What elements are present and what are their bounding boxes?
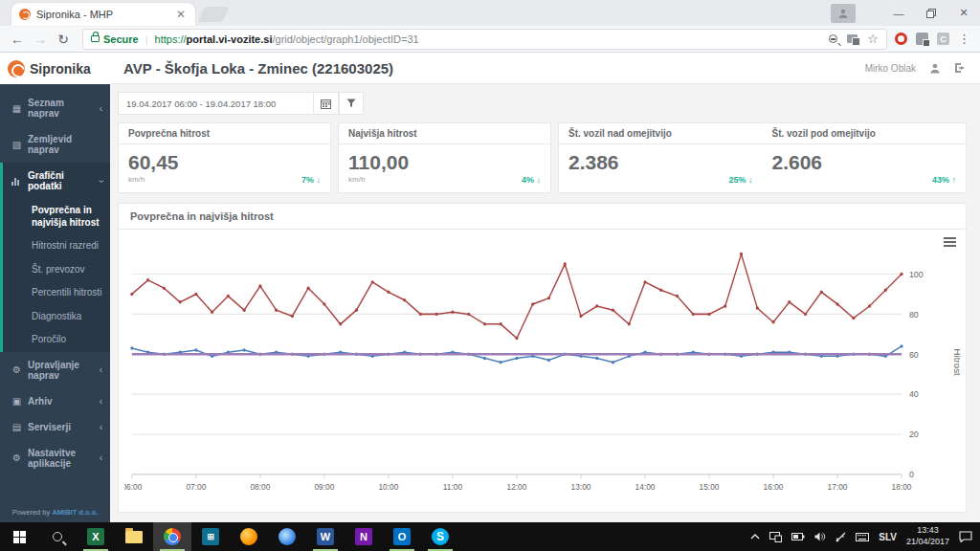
browser-tab[interactable]: Sipronika - MHP ✕	[11, 3, 195, 26]
window-minimize-button[interactable]: —	[882, 0, 915, 26]
skype-icon: S	[432, 528, 449, 545]
taskbar-clock[interactable]: 13:43 21/04/2017	[906, 525, 949, 547]
sidebar-nav: ▦ Seznam naprav ‹ ▨ Zemljevid naprav Gra…	[0, 84, 110, 502]
gear-icon: ⚙	[11, 364, 22, 375]
new-tab-button[interactable]	[197, 7, 229, 22]
sidebar-subitem-percentili-hitrosti[interactable]: Percentili hitrosti	[3, 281, 110, 305]
back-button[interactable]: ←	[6, 28, 29, 51]
card-vozila-pod: 2.606 43% ↑	[763, 144, 967, 192]
window-maximize-button[interactable]	[915, 0, 947, 26]
sidebar-item-arhiv[interactable]: ▣ Arhiv ‹	[0, 388, 110, 414]
main-area: AVP - Škofja Loka - Zminec (221603025) M…	[110, 53, 980, 522]
chart-menu-icon[interactable]	[944, 237, 956, 249]
sidebar-group-graficni-podatki: Grafični podatki ‹ Povprečna in najvišja…	[0, 163, 110, 352]
date-range-input[interactable]: 19.04.2017 06:00 - 19.04.2017 18:00	[118, 92, 314, 115]
extension-opera-icon[interactable]	[895, 33, 907, 45]
sidebar-item-graficni-podatki[interactable]: Grafični podatki ‹	[3, 163, 110, 199]
taskbar-firefox[interactable]	[230, 522, 268, 551]
sidebar-subitem-hitrostni-razredi[interactable]: Hitrostni razredi	[3, 234, 110, 258]
sidebar-subitem-povprecna-hitrost[interactable]: Povprečna in najvišja hitrost	[3, 199, 110, 234]
tab-close-icon[interactable]: ✕	[174, 8, 188, 21]
taskbar-word[interactable]: W	[306, 522, 345, 551]
address-bar[interactable]: Secure | https://portal.vi-vozite.si/gri…	[82, 29, 887, 50]
sidebar-item-label: Upravljanje naprav	[28, 360, 94, 381]
powered-by-brand[interactable]: AMIBIT d.o.o.	[52, 508, 98, 517]
sidebar-subitem-st-prevozov[interactable]: Št. prevozov	[3, 258, 110, 282]
browser-toolbar: ← → ↻ Secure | https://portal.vi-vozite.…	[0, 26, 980, 53]
taskbar-file-explorer[interactable]	[115, 522, 153, 551]
sidebar-item-zemljevid-naprav[interactable]: ▨ Zemljevid naprav	[0, 126, 110, 163]
taskbar-excel[interactable]: X	[77, 522, 115, 551]
taskbar-onenote[interactable]: N	[345, 522, 383, 551]
excel-icon: X	[87, 528, 104, 545]
bar-chart-icon	[11, 177, 22, 186]
sidebar-item-upravljanje-naprav[interactable]: ⚙ Upravljanje naprav ‹	[0, 352, 110, 388]
url-scheme: https://	[155, 33, 187, 45]
card-delta: 43% ↑	[932, 175, 956, 185]
card-vozila-nad: 2.386 25% ↓	[559, 144, 763, 192]
zoom-icon[interactable]	[829, 34, 837, 43]
card-value: 2.386	[568, 151, 753, 174]
tray-chevron-up-icon[interactable]	[750, 534, 760, 540]
sidebar-item-label: Nastavitve aplikacije	[28, 448, 94, 469]
sidebar-subitem-porocilo[interactable]: Poročilo	[3, 328, 110, 352]
taskbar-google-earth[interactable]	[268, 522, 306, 551]
clock-date: 21/04/2017	[906, 537, 949, 546]
url-divider: |	[145, 33, 148, 45]
taskbar-search-button[interactable]	[38, 522, 77, 551]
action-center-icon[interactable]	[959, 531, 972, 542]
delta-value: 25%	[728, 175, 746, 185]
browser-profile-avatar[interactable]	[831, 4, 856, 23]
extension-c-icon[interactable]: C	[937, 33, 949, 45]
taskbar-outlook[interactable]: O	[383, 522, 421, 551]
page-header: AVP - Škofja Loka - Zminec (221603025) M…	[110, 53, 980, 84]
omnibox-icons: ☆	[829, 32, 879, 46]
svg-text:15:00: 15:00	[700, 482, 720, 492]
lock-icon	[91, 35, 100, 42]
clock-time: 13:43	[917, 525, 939, 535]
sidebar-subitem-diagnostika[interactable]: Diagnostika	[3, 305, 110, 329]
extension-area: C ⋮	[895, 32, 974, 46]
svg-text:60: 60	[909, 349, 919, 359]
google-earth-icon	[278, 528, 296, 545]
taskbar-store[interactable]: ⊞	[191, 522, 230, 551]
taskbar-chrome[interactable]	[153, 522, 191, 551]
extension-badge-icon[interactable]	[916, 33, 928, 45]
card-value: 110,00	[348, 151, 541, 174]
sidebar-item-seznam-naprav[interactable]: ▦ Seznam naprav ‹	[0, 90, 110, 126]
taskbar-skype[interactable]: S	[421, 522, 459, 551]
page-content: 19.04.2017 06:00 - 19.04.2017 18:00 Povp…	[110, 84, 980, 522]
reload-button[interactable]: ↻	[52, 28, 75, 51]
sign-out-icon[interactable]	[954, 62, 967, 74]
tray-volume-icon[interactable]	[814, 532, 826, 541]
chevron-left-icon: ‹	[100, 396, 102, 407]
speed-line-chart: 02040608010006:0007:0008:0009:0010:0011:…	[124, 233, 962, 512]
delta-value: 43%	[932, 175, 949, 185]
forward-button[interactable]: →	[29, 28, 52, 51]
tray-keyboard-icon[interactable]	[856, 533, 869, 541]
sipronika-logo-icon	[8, 60, 25, 77]
sidebar-item-nastavitve-aplikacije[interactable]: ⚙ Nastavitve aplikacije ‹	[0, 440, 110, 476]
sidebar-item-serviserji[interactable]: ▤ Serviserji ‹	[0, 414, 110, 440]
start-button[interactable]	[0, 522, 38, 551]
sipronika-favicon	[19, 9, 31, 20]
user-icon[interactable]	[929, 62, 941, 74]
browser-menu-icon[interactable]: ⋮	[958, 32, 970, 46]
outlook-icon: O	[393, 528, 411, 545]
chevron-left-icon: ‹	[100, 422, 102, 432]
tray-battery-icon[interactable]	[791, 533, 805, 540]
calendar-button[interactable]	[314, 92, 339, 115]
window-close-button[interactable]: ✕	[947, 0, 980, 26]
person-icon	[837, 8, 849, 19]
filter-icon	[346, 99, 356, 108]
tray-usb-icon[interactable]	[835, 532, 846, 542]
bookmark-star-icon[interactable]: ☆	[867, 32, 879, 46]
app-logo[interactable]: Sipronika	[0, 53, 110, 84]
card-value: 60,45	[128, 151, 321, 174]
language-indicator[interactable]: SLV	[879, 532, 897, 542]
filter-button[interactable]	[339, 92, 364, 115]
card-label: Št. vozil nad omejitvijo	[559, 123, 763, 143]
tray-display-icon[interactable]	[769, 532, 782, 542]
translate-icon[interactable]	[847, 34, 858, 43]
chevron-left-icon: ‹	[100, 452, 102, 463]
